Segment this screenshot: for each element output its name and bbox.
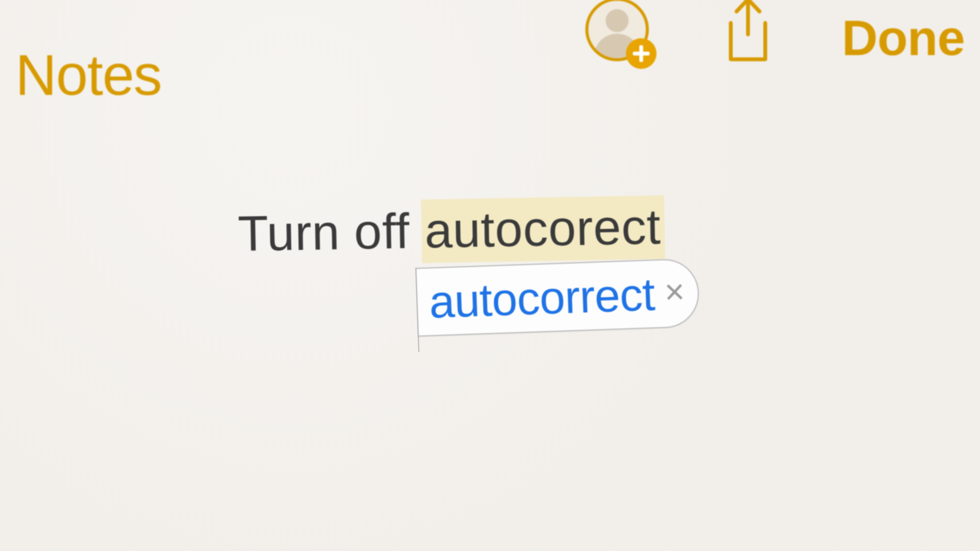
- autocorrect-suggestion-bubble[interactable]: autocorrect ×: [415, 258, 700, 337]
- note-text-prefix: Turn off: [237, 203, 424, 262]
- misspelled-word-highlight[interactable]: autocorect: [421, 196, 665, 263]
- done-button[interactable]: Done: [842, 9, 965, 67]
- toolbar-right-group: Done: [585, 0, 965, 67]
- toolbar: Notes Done: [0, 0, 980, 99]
- share-button[interactable]: [719, 0, 777, 67]
- back-button[interactable]: Notes: [15, 42, 162, 108]
- plus-badge-icon: [626, 38, 657, 69]
- note-text-line[interactable]: Turn off autocorect: [237, 196, 665, 266]
- dismiss-suggestion-button[interactable]: ×: [664, 274, 685, 313]
- share-icon: [719, 0, 777, 65]
- autocorrect-suggestion-text[interactable]: autocorrect: [428, 267, 656, 328]
- add-collaborator-button[interactable]: [585, 0, 654, 67]
